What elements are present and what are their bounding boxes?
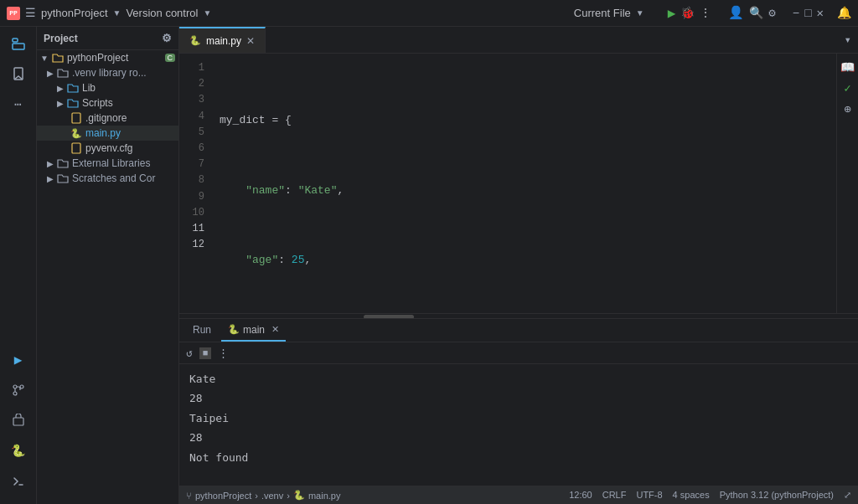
output-line: Not found: [189, 448, 848, 467]
editor-tab-mainpy[interactable]: 🐍 main.py ✕: [179, 27, 266, 53]
encoding-label[interactable]: UTF-8: [636, 490, 662, 501]
sidebar: Project ⚙ ▼ pythonProject C ▶ .venv libr…: [37, 27, 179, 504]
scripts-folder-icon: [67, 97, 79, 109]
search-icon[interactable]: 🔍: [749, 6, 763, 20]
svg-rect-8: [72, 143, 80, 153]
git-icon[interactable]: [5, 377, 32, 404]
svg-point-3: [13, 385, 17, 388]
svg-point-5: [13, 392, 17, 395]
more-tools-icon[interactable]: ⋯: [5, 90, 32, 117]
line-numbers: 1 2 3 4 5 6 7 8 9 10 11 12: [179, 54, 213, 313]
svg-rect-6: [13, 418, 23, 425]
branch-icon: ⑂: [186, 491, 192, 501]
packages-icon[interactable]: [5, 407, 32, 434]
settings-icon[interactable]: ⚙: [768, 6, 775, 20]
indent-label[interactable]: 4 spaces: [673, 490, 710, 501]
code-editor: 1 2 3 4 5 6 7 8 9 10 11 12 my_dict = { "…: [179, 54, 858, 313]
svg-rect-0: [13, 39, 18, 42]
bottom-toolbar: ↺ ■ ⋮: [179, 342, 858, 364]
editor-area: 🐍 main.py ✕ ▾ 1 2 3 4 5 6 7 8 9 10 1: [179, 27, 858, 504]
more-actions-icon[interactable]: ⋮: [218, 347, 229, 360]
version-control-label[interactable]: Version control: [126, 7, 198, 19]
cfg-file-icon: [70, 142, 82, 154]
stop-icon[interactable]: ■: [199, 347, 212, 359]
folder-icon: [57, 67, 69, 79]
minimize-button[interactable]: −: [793, 7, 799, 20]
tree-item-venv[interactable]: ▶ .venv library ro...: [37, 65, 178, 80]
code-content[interactable]: my_dict = { "name": "Kate", "age": 25, "…: [213, 54, 836, 313]
maximize-button[interactable]: □: [804, 7, 811, 20]
hamburger-icon[interactable]: ☰: [25, 6, 36, 20]
svg-rect-1: [13, 44, 24, 49]
project-name-label[interactable]: pythonProject: [41, 7, 108, 19]
run-tab[interactable]: Run: [186, 319, 218, 342]
line-ending-label[interactable]: CRLF: [602, 490, 627, 501]
folder-open-icon: [52, 52, 64, 64]
right-gutter: 📖 ✓ ⊕: [836, 54, 858, 313]
interpreter-label[interactable]: Python 3.12 (pythonProject): [720, 490, 834, 501]
tab-close-icon[interactable]: ✕: [246, 35, 255, 47]
more-options-button[interactable]: ⋮: [700, 6, 711, 20]
tree-item-pythonproject[interactable]: ▼ pythonProject C: [37, 50, 178, 65]
tree-item-gitignore[interactable]: .gitignore: [37, 111, 178, 126]
tree-item-mainpy[interactable]: 🐍 main.py: [37, 126, 178, 141]
current-file-label[interactable]: Current File: [574, 7, 631, 19]
extlib-folder-icon: [57, 157, 69, 169]
current-file-chevron-icon[interactable]: ▼: [636, 8, 644, 18]
debug-button[interactable]: 🐞: [680, 6, 695, 20]
output-line: Kate: [189, 369, 848, 388]
terminal-scroll-icon[interactable]: [5, 467, 32, 494]
tree-item-lib[interactable]: ▶ Lib: [37, 80, 178, 95]
mainpy-label: main.py: [85, 127, 121, 139]
svg-rect-7: [72, 113, 80, 123]
bookmarks-icon[interactable]: [5, 60, 32, 87]
version-control-chevron-icon[interactable]: ▼: [203, 8, 211, 18]
output-area: Kate 28 Taipei 28 Not found: [179, 364, 858, 486]
status-left: ⑂ pythonProject › .venv › 🐍 main.py: [186, 490, 340, 501]
file-status-icon: 🐍: [293, 490, 305, 501]
mainpy-file-icon: 🐍: [70, 128, 82, 139]
scripts-label: Scripts: [82, 97, 113, 109]
venv-label: .venv library ro...: [72, 67, 147, 79]
output-line: 28: [189, 428, 848, 447]
venv-status-label[interactable]: .venv: [261, 491, 283, 501]
tree-item-scripts[interactable]: ▶ Scripts: [37, 95, 178, 111]
close-button[interactable]: ✕: [817, 6, 824, 20]
icon-rail: ⋯ ▶ 🐍: [0, 27, 37, 504]
output-line: Taipei: [189, 409, 848, 428]
settings-gear-icon[interactable]: ⚙: [162, 32, 172, 44]
file-status-label[interactable]: main.py: [308, 491, 341, 501]
lib-folder-icon: [67, 82, 79, 94]
recent-files-icon[interactable]: ▾: [845, 33, 851, 47]
book-icon[interactable]: 📖: [840, 60, 855, 75]
main-tab-close-icon[interactable]: ✕: [271, 324, 279, 335]
pyvenv-label: pyvenv.cfg: [85, 142, 132, 154]
gitignore-label: .gitignore: [85, 112, 127, 124]
tree-item-extlibs[interactable]: ▶ External Libraries: [37, 156, 178, 171]
main-tab-label: main: [243, 324, 265, 336]
tree-item-scratches[interactable]: ▶ Scratches and Cor: [37, 171, 178, 186]
svg-point-4: [20, 385, 23, 388]
restart-icon[interactable]: ↺: [186, 347, 193, 360]
bottom-panel: Run 🐍 main ✕ ↺ ■ ⋮ Kate 28 Taipei 28 Not…: [179, 318, 858, 486]
status-right: 12:60 CRLF UTF-8 4 spaces Python 3.12 (p…: [569, 490, 851, 501]
profile-icon[interactable]: 👤: [728, 5, 744, 21]
scratches-folder-icon: [57, 172, 69, 184]
scratches-label: Scratches and Cor: [72, 172, 155, 184]
project-panel-icon[interactable]: [5, 30, 32, 57]
lib-label: Lib: [82, 82, 96, 94]
main-tab[interactable]: 🐍 main ✕: [221, 319, 286, 342]
bottom-tabs: Run 🐍 main ✕: [179, 319, 858, 342]
run-panel-icon[interactable]: ▶: [5, 347, 32, 373]
cursor-position-label[interactable]: 12:60: [569, 490, 592, 501]
run-button[interactable]: ▶: [668, 5, 676, 22]
gitignore-file-icon: [70, 112, 82, 124]
python-console-icon[interactable]: 🐍: [5, 437, 32, 464]
copilot-icon[interactable]: ⊕: [844, 102, 850, 116]
expand-icon[interactable]: ⤢: [844, 490, 851, 501]
notification-button[interactable]: 🔔: [837, 6, 851, 20]
tree-item-pyvenv[interactable]: pyvenv.cfg: [37, 141, 178, 156]
output-line: 28: [189, 388, 848, 408]
project-status-label[interactable]: pythonProject: [195, 491, 251, 501]
project-chevron-icon[interactable]: ▼: [113, 8, 121, 18]
